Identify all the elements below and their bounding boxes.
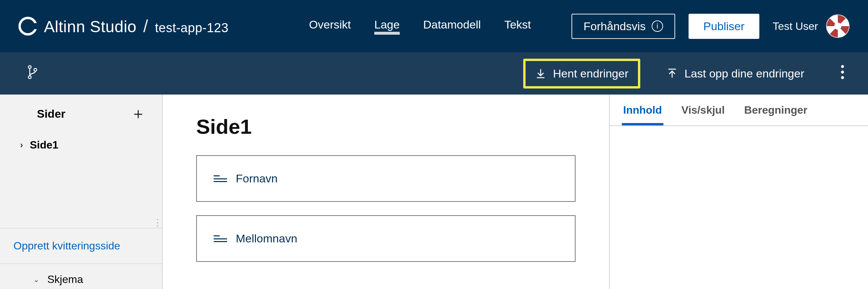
schema-label: Skjema <box>47 273 83 286</box>
preview-button[interactable]: Forhåndsvis i <box>571 14 675 39</box>
pages-header: Sider ＋ <box>0 95 162 131</box>
svg-point-1 <box>29 76 31 78</box>
text-field-icon <box>214 234 227 244</box>
form-canvas: Side1 Fornavn Mellomnavn <box>163 95 610 289</box>
fetch-changes-button[interactable]: Hent endringer <box>523 59 640 89</box>
nav-overview[interactable]: Oversikt <box>309 18 351 35</box>
upload-icon <box>666 68 678 79</box>
download-icon <box>535 68 546 79</box>
more-menu-button[interactable] <box>840 65 844 83</box>
brand-name: Altinn Studio <box>44 18 136 36</box>
app-name[interactable]: test-app-123 <box>155 21 228 35</box>
top-header-right: Forhåndsvis i Publiser Test User <box>571 14 849 39</box>
component-fornavn[interactable]: Fornavn <box>196 155 576 202</box>
component-label: Mellomnavn <box>236 232 297 245</box>
push-changes-button[interactable]: Last opp dine endringer <box>657 61 814 86</box>
brand-block: Altinn Studio / test-app-123 <box>44 16 228 36</box>
tab-calc[interactable]: Beregninger <box>743 101 809 125</box>
publish-button[interactable]: Publiser <box>688 14 760 39</box>
top-header: Altinn Studio / test-app-123 Oversikt La… <box>0 0 868 52</box>
pages-sidebar: Sider ＋ › Side1 ⋰ Opprett kvitteringssid… <box>0 95 163 289</box>
workspace: Sider ＋ › Side1 ⋰ Opprett kvitteringssid… <box>0 95 868 289</box>
chevron-down-icon: ⌄ <box>34 276 39 284</box>
info-icon: i <box>652 21 663 32</box>
pages-title: Sider <box>37 107 65 120</box>
user-name: Test User <box>773 20 818 33</box>
page-item-side1[interactable]: › Side1 <box>0 131 162 159</box>
component-label: Fornavn <box>236 172 278 185</box>
text-field-icon <box>214 174 227 183</box>
svg-point-4 <box>841 70 844 73</box>
tab-showhide[interactable]: Vis/skjul <box>680 101 726 125</box>
properties-tabs: Innhold Vis/skjul Beregninger <box>610 95 868 126</box>
git-toolbar: Hent endringer Last opp dine endringer <box>0 52 868 95</box>
primary-nav: Oversikt Lage Datamodell Tekst <box>309 18 531 35</box>
svg-point-0 <box>29 65 31 68</box>
page-title: Side1 <box>196 115 576 138</box>
branch-icon[interactable] <box>27 65 38 83</box>
properties-panel: Innhold Vis/skjul Beregninger <box>610 95 868 289</box>
svg-point-5 <box>841 76 844 79</box>
fetch-label: Hent endringer <box>553 67 628 80</box>
altinn-logo-icon <box>19 17 37 36</box>
resize-grip-icon: ⋰ <box>152 217 162 228</box>
tab-content[interactable]: Innhold <box>622 101 663 125</box>
breadcrumb-separator: / <box>143 16 148 36</box>
create-receipt-page-link[interactable]: Opprett kvitteringsside <box>0 228 162 263</box>
schema-toggle[interactable]: ⌄ Skjema <box>0 263 162 289</box>
svg-point-2 <box>34 68 36 71</box>
preview-label: Forhåndsvis <box>584 20 646 33</box>
nav-build[interactable]: Lage <box>374 18 400 35</box>
component-mellomnavn[interactable]: Mellomnavn <box>196 215 576 262</box>
user-block[interactable]: Test User <box>773 14 849 38</box>
push-label: Last opp dine endringer <box>685 67 804 80</box>
nav-datamodel[interactable]: Datamodell <box>423 18 481 35</box>
chevron-right-icon: › <box>20 140 23 150</box>
nav-text[interactable]: Tekst <box>504 18 531 35</box>
page-item-label: Side1 <box>30 139 58 151</box>
avatar[interactable] <box>826 14 849 38</box>
add-page-button[interactable]: ＋ <box>128 103 149 124</box>
svg-point-3 <box>841 65 844 68</box>
